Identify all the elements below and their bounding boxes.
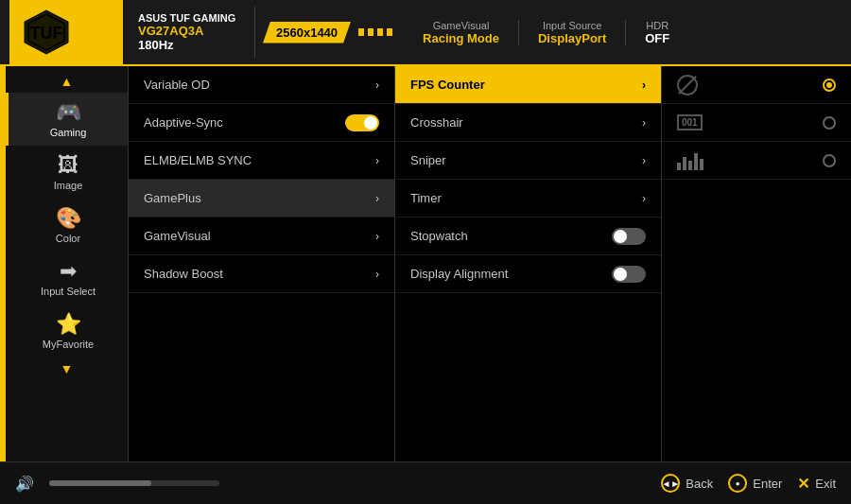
exit-button[interactable]: ✕ Exit <box>797 475 836 493</box>
shadow-boost-chevron: › <box>375 268 379 281</box>
header: TUF ASUS TUF GAMING VG27AQ3A 180Hz 2560x… <box>0 0 851 66</box>
shadow-boost-label: Shadow Boost <box>144 267 223 281</box>
enter-btn-icon: ● <box>728 474 747 493</box>
adaptive-sync-toggle[interactable] <box>345 114 379 131</box>
menu-sniper[interactable]: Sniper › <box>395 142 661 180</box>
menu-gameplus[interactable]: GamePlus › <box>129 180 394 217</box>
tuf-logo-icon: TUF <box>23 9 70 56</box>
menu-col-2: FPS Counter › Crosshair › Sniper › Timer… <box>395 66 662 461</box>
sidebar-item-input-select[interactable]: ➡ Input Select <box>6 252 128 304</box>
menu-shadow-boost[interactable]: Shadow Boost › <box>129 255 394 293</box>
enter-button[interactable]: ● Enter <box>728 474 782 493</box>
bottom-bar: 🔊 ◄► Back ● Enter ✕ Exit <box>0 461 851 504</box>
input-select-icon: ➡ <box>60 259 77 284</box>
resolution-badge: 2560x1440 <box>263 22 351 43</box>
gamevisual-label: GameVisual <box>144 229 211 243</box>
image-icon: 🖼 <box>58 153 78 178</box>
stopwatch-label: Stopwatch <box>410 229 468 243</box>
input-source-label: Input Source <box>543 20 601 31</box>
sniper-chevron: › <box>642 154 646 167</box>
fps-counter-chevron: › <box>642 78 646 92</box>
svg-text:TUF: TUF <box>30 24 63 43</box>
icon-row-2: 001 <box>662 104 851 142</box>
volume-icon: 🔊 <box>15 475 34 493</box>
sidebar-input-label: Input Select <box>41 286 96 297</box>
gameplus-label: GamePlus <box>144 191 201 205</box>
radio-btn-2[interactable] <box>823 116 836 130</box>
sniper-label: Sniper <box>410 153 446 167</box>
exit-label: Exit <box>815 477 836 491</box>
radio-btn-1[interactable] <box>823 78 836 92</box>
icon-row-1 <box>662 66 851 104</box>
menu-timer[interactable]: Timer › <box>395 180 661 217</box>
sidebar-image-label: Image <box>54 180 83 191</box>
volume-fill <box>49 480 151 486</box>
refresh-label: 180Hz <box>138 38 239 52</box>
back-btn-icon: ◄► <box>661 474 680 493</box>
timer-chevron: › <box>642 192 646 205</box>
adaptive-sync-label: Adaptive-Sync <box>144 115 223 130</box>
stopwatch-toggle[interactable] <box>612 228 646 245</box>
sidebar-gaming-label: Gaming <box>50 127 87 138</box>
input-source-value: DisplayPort <box>538 31 606 45</box>
timer-label: Timer <box>410 191 442 205</box>
menu-crosshair[interactable]: Crosshair › <box>395 104 661 142</box>
counter-icon: 001 <box>677 114 703 130</box>
color-icon: 🎨 <box>56 206 81 231</box>
variable-od-label: Variable OD <box>144 78 210 92</box>
bar-chart-icon <box>677 151 703 170</box>
menu-fps-counter[interactable]: FPS Counter › <box>395 66 661 104</box>
menu-stopwatch[interactable]: Stopwatch <box>395 217 661 255</box>
menu-gamevisual[interactable]: GameVisual › <box>129 217 394 255</box>
hdr-stat: HDR OFF <box>626 20 688 45</box>
menu-col-3: 001 <box>662 66 851 461</box>
logo-area: TUF <box>9 0 123 65</box>
gaming-icon: 🎮 <box>56 100 81 125</box>
fps-counter-label: FPS Counter <box>410 78 485 92</box>
display-alignment-toggle[interactable] <box>612 266 646 283</box>
game-visual-value: Racing Mode <box>423 31 499 45</box>
hdr-value: OFF <box>645 31 669 45</box>
menu-display-alignment[interactable]: Display Alignment <box>395 255 661 293</box>
gamevisual-chevron: › <box>375 230 379 243</box>
game-visual-stat: GameVisual Racing Mode <box>404 20 519 45</box>
exit-x-icon: ✕ <box>797 475 809 493</box>
elmb-chevron: › <box>375 154 379 167</box>
crosshair-label: Crosshair <box>410 115 463 130</box>
monitor-info: ASUS TUF GAMING VG27AQ3A 180Hz <box>123 7 255 58</box>
gameplus-chevron: › <box>375 192 379 205</box>
menu-col-1: Variable OD › Adaptive-Sync ELMB/ELMB SY… <box>129 66 395 461</box>
brand-label: ASUS TUF GAMING <box>138 12 239 24</box>
sidebar-up-arrow[interactable]: ▲ <box>57 70 78 93</box>
crosshair-chevron: › <box>642 116 646 130</box>
variable-od-chevron: › <box>375 78 379 92</box>
no-symbol-icon <box>677 75 698 96</box>
yellow-accent <box>0 66 6 461</box>
sidebar-item-color[interactable]: 🎨 Color <box>6 199 128 252</box>
icon-row-3 <box>662 142 851 180</box>
radio-btn-3[interactable] <box>823 154 836 167</box>
volume-bar[interactable] <box>49 480 219 486</box>
enter-label: Enter <box>753 477 782 491</box>
sidebar-item-gaming[interactable]: 🎮 Gaming <box>6 93 128 146</box>
hdr-label: HDR <box>646 20 669 31</box>
menu-variable-od[interactable]: Variable OD › <box>129 66 394 104</box>
sidebar-down-arrow[interactable]: ▼ <box>57 357 78 380</box>
sidebar-color-label: Color <box>56 233 80 244</box>
model-label: VG27AQ3A <box>138 24 239 38</box>
sidebar-favorite-label: MyFavorite <box>43 339 94 350</box>
back-label: Back <box>686 477 713 491</box>
input-source-stat: Input Source DisplayPort <box>519 20 626 45</box>
back-button[interactable]: ◄► Back <box>661 474 713 493</box>
main-content: ▲ 🎮 Gaming 🖼 Image 🎨 Color ➡ Input Selec… <box>0 66 851 461</box>
header-divider <box>358 28 396 36</box>
sidebar-item-myfavorite[interactable]: ⭐ MyFavorite <box>6 304 128 357</box>
sidebar: ▲ 🎮 Gaming 🖼 Image 🎨 Color ➡ Input Selec… <box>6 66 129 461</box>
myfavorite-icon: ⭐ <box>56 312 81 337</box>
sidebar-item-image[interactable]: 🖼 Image <box>6 146 128 199</box>
game-visual-label: GameVisual <box>433 20 490 31</box>
display-alignment-label: Display Alignment <box>410 267 508 281</box>
menu-adaptive-sync[interactable]: Adaptive-Sync <box>129 104 394 142</box>
elmb-label: ELMB/ELMB SYNC <box>144 153 252 167</box>
menu-elmb[interactable]: ELMB/ELMB SYNC › <box>129 142 394 180</box>
